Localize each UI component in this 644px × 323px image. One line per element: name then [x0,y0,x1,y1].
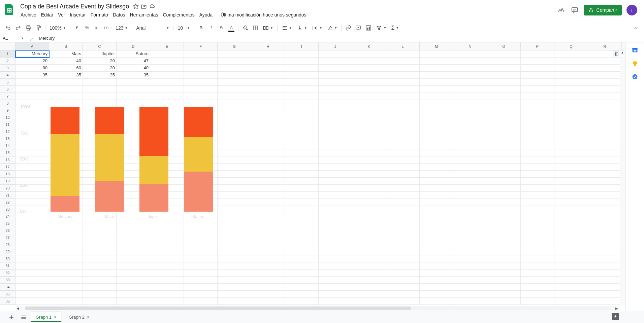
cell[interactable] [386,277,420,284]
cell[interactable] [319,86,352,93]
cell[interactable] [49,277,83,284]
cell[interactable] [15,79,49,86]
cell[interactable] [420,72,453,79]
cell[interactable] [453,107,487,114]
cell[interactable] [150,284,184,291]
bold-button[interactable]: B [196,23,206,33]
cell[interactable] [521,227,554,234]
explore-fab-button[interactable] [612,313,619,320]
cell[interactable] [15,262,49,270]
menu-format[interactable]: Formato [88,11,110,19]
cell[interactable] [319,171,352,178]
row-header[interactable]: 13 [0,135,15,142]
cell[interactable]: 40 [117,65,150,72]
cell[interactable] [150,206,184,213]
name-box[interactable]: A1▼ [0,35,27,41]
cell[interactable] [49,234,83,241]
cell[interactable] [588,298,622,305]
cell[interactable] [83,241,117,248]
cell[interactable] [487,72,521,79]
text-rotation-button[interactable]: ▼ [325,24,340,32]
row-header[interactable]: 9 [0,107,15,114]
cell[interactable] [285,58,319,65]
cell[interactable] [150,213,184,220]
cell[interactable] [319,72,352,79]
cell[interactable] [352,248,386,255]
cell[interactable] [184,100,218,107]
cell[interactable] [49,114,83,121]
row-header[interactable]: 23 [0,206,15,213]
cell[interactable] [453,206,487,213]
cell[interactable] [588,142,622,149]
cell[interactable] [386,114,420,121]
cell[interactable] [588,241,622,248]
last-edit-link[interactable]: Última modificación hace unos segundos [218,11,309,19]
cell[interactable] [251,171,285,178]
zoom-select[interactable]: 100%▼ [47,24,68,32]
cell[interactable] [184,65,218,72]
cell[interactable] [453,255,487,262]
cell[interactable] [15,206,49,213]
cell[interactable] [15,128,49,135]
cell[interactable] [554,149,588,156]
cell[interactable]: 35 [83,72,117,79]
cell[interactable] [117,156,150,164]
cell[interactable] [453,156,487,164]
move-folder-icon[interactable] [140,3,147,10]
row-header[interactable]: 20 [0,185,15,192]
row-header[interactable]: 35 [0,291,15,298]
cell[interactable] [49,255,83,262]
cell[interactable] [150,114,184,121]
explore-toggle-icon[interactable]: ◧ [613,50,619,57]
column-header[interactable]: B [49,42,83,50]
cell[interactable] [83,100,117,107]
cell[interactable] [49,291,83,298]
cell[interactable] [184,178,218,185]
cell[interactable] [554,277,588,284]
cell[interactable] [218,213,251,220]
cell[interactable] [285,248,319,255]
cell[interactable] [251,156,285,164]
cell[interactable] [285,277,319,284]
cell[interactable] [83,291,117,298]
row-header[interactable]: 26 [0,227,15,234]
cell[interactable] [218,199,251,206]
cell[interactable] [117,164,150,171]
cell[interactable] [49,248,83,255]
cell[interactable] [588,65,622,72]
cell[interactable] [420,241,453,248]
cell[interactable] [554,58,588,65]
cell[interactable] [588,164,622,171]
cell[interactable] [117,121,150,128]
cell[interactable] [15,284,49,291]
cell[interactable]: Saturn [117,50,150,58]
cell[interactable] [251,241,285,248]
cell[interactable] [150,291,184,298]
cell[interactable] [453,262,487,270]
cell[interactable] [184,171,218,178]
menu-data[interactable]: Datos [110,11,128,19]
menu-tools[interactable]: Herramientas [127,11,160,19]
cell[interactable] [386,171,420,178]
cell[interactable] [285,199,319,206]
cell[interactable] [453,58,487,65]
row-header[interactable]: 3 [0,65,15,72]
document-title[interactable]: Copia de Best Arcade Event by Slidesgo [18,2,131,11]
cell[interactable] [184,298,218,305]
cell[interactable] [150,234,184,241]
cell[interactable] [554,241,588,248]
cell[interactable] [386,178,420,185]
cell[interactable] [83,284,117,291]
cell[interactable] [83,149,117,156]
cell[interactable] [49,121,83,128]
cell[interactable] [218,93,251,100]
cell[interactable] [319,262,352,270]
row-header[interactable]: 18 [0,171,15,178]
cell[interactable] [83,192,117,199]
cell[interactable] [319,298,352,305]
cell[interactable] [554,178,588,185]
cell[interactable] [184,93,218,100]
cell[interactable] [117,93,150,100]
cell[interactable] [554,206,588,213]
cell[interactable] [487,234,521,241]
